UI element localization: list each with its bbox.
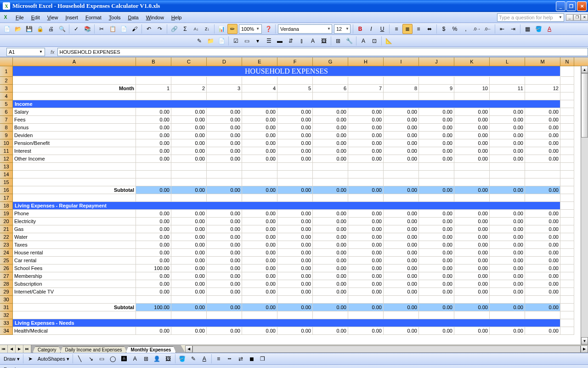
cell[interactable]: 0.00 [348,272,384,280]
cell[interactable]: 0.00 [277,288,313,296]
cell[interactable]: 0.00 [419,124,454,132]
cell[interactable]: 0.00 [348,147,384,155]
cell[interactable]: 0.00 [136,225,171,233]
cell[interactable] [560,116,574,124]
row-header[interactable]: 30 [0,296,13,304]
cell[interactable]: 0.00 [171,218,207,225]
cell[interactable] [560,249,574,257]
cell[interactable]: 0.00 [136,233,171,241]
col-header-G[interactable]: G [313,58,348,66]
font-size-combo[interactable]: 12▼ [334,24,351,34]
cell[interactable] [277,178,313,186]
cell[interactable] [560,194,574,202]
cell[interactable]: 6 [313,85,348,92]
cell[interactable]: 0.00 [384,186,419,194]
cell[interactable]: 0.00 [525,257,560,264]
cell[interactable] [207,77,242,85]
section-header[interactable]: Living Expenses - Needs [13,319,560,327]
cell[interactable] [560,155,574,163]
cell[interactable]: 0.00 [454,264,490,272]
cell[interactable]: 0.00 [525,116,560,124]
cell[interactable] [313,194,348,202]
cell[interactable]: 0.00 [384,116,419,124]
tab-next-button[interactable]: ▶ [16,345,23,353]
cell[interactable]: 0.00 [490,218,525,225]
chart-wizard-icon[interactable]: 📊 [216,24,226,34]
fx-icon[interactable]: fx [51,49,55,55]
cell[interactable]: 0.00 [454,304,490,311]
cell[interactable]: 0.00 [277,233,313,241]
cell[interactable] [560,225,574,233]
cell[interactable]: 0.00 [207,225,242,233]
row-header[interactable]: 20 [0,218,13,225]
cell[interactable]: 0.00 [419,155,454,163]
doc-restore-button[interactable]: ❐ [573,14,581,21]
cell[interactable]: 0.00 [525,124,560,132]
cell[interactable] [171,178,207,186]
cell[interactable]: 0.00 [348,241,384,249]
cell[interactable] [454,178,490,186]
cell[interactable]: 0.00 [454,241,490,249]
print-icon[interactable]: 🖨 [46,24,56,34]
cell[interactable]: 0.00 [313,264,348,272]
bold-icon[interactable]: B [355,24,365,34]
cell[interactable]: 0.00 [419,288,454,296]
cell[interactable] [136,163,171,171]
cell[interactable]: 0.00 [384,272,419,280]
cell[interactable]: 0.00 [207,147,242,155]
design-mode-icon[interactable]: 📐 [384,36,394,46]
row-header[interactable]: 31 [0,304,13,311]
col-header-M[interactable]: M [525,58,560,66]
cell[interactable]: 0.00 [419,139,454,147]
cell[interactable] [242,311,277,319]
cell[interactable] [560,186,574,194]
decrease-indent-icon[interactable]: ⇤ [497,24,507,34]
label-icon[interactable]: A [308,36,318,46]
cell[interactable]: 0.00 [242,304,277,311]
row-header[interactable]: 15 [0,178,13,186]
cell[interactable]: 0.00 [384,155,419,163]
vertical-scrollbar[interactable]: ▲ ▼ [581,66,588,345]
cell[interactable]: 0.00 [171,288,207,296]
cell[interactable] [384,194,419,202]
cell[interactable]: 0.00 [277,225,313,233]
cell[interactable]: 0.00 [207,257,242,264]
cell[interactable]: 0.00 [313,116,348,124]
cell[interactable]: 0.00 [313,155,348,163]
cell[interactable]: 0.00 [171,264,207,272]
close-button[interactable]: ✕ [577,1,587,11]
cell[interactable]: 0.00 [454,257,490,264]
cell[interactable]: 0.00 [454,186,490,194]
autoshapes-menu[interactable]: AutoShapes ▾ [36,356,71,362]
row-header[interactable]: 23 [0,241,13,249]
cell[interactable] [242,163,277,171]
cell[interactable]: 0.00 [313,225,348,233]
cell[interactable]: 0.00 [242,249,277,257]
cell[interactable]: 0.00 [313,280,348,288]
col-header-E[interactable]: E [242,58,277,66]
cell[interactable] [560,147,574,155]
cell[interactable]: 0.00 [490,249,525,257]
cell[interactable]: 0.00 [348,186,384,194]
cell[interactable] [207,178,242,186]
cell[interactable]: 0.00 [277,116,313,124]
cell[interactable]: 0.00 [136,288,171,296]
cell[interactable]: 0.00 [171,327,207,335]
tab-last-button[interactable]: ⏭ [23,345,31,353]
excel-doc-icon[interactable]: X [2,14,9,21]
cell[interactable] [560,139,574,147]
cell[interactable]: 0.00 [242,257,277,264]
cell[interactable]: 0.00 [490,272,525,280]
cell[interactable] [348,296,384,304]
cell[interactable]: Subscription [13,280,136,288]
cell[interactable]: 0.00 [454,233,490,241]
spreadsheet-grid[interactable]: ABCDEFGHIJKLMN 1HOUSEHOLD EXPENSES23Mont… [0,57,588,345]
cell[interactable] [454,92,490,100]
cell[interactable] [384,296,419,304]
cell[interactable] [560,311,574,319]
picture-icon[interactable]: 🖼 [163,354,173,364]
row-header[interactable]: 29 [0,288,13,296]
cell[interactable]: 0.00 [525,186,560,194]
cell[interactable] [136,194,171,202]
scroll-right-button[interactable]: ▶ [581,345,588,353]
